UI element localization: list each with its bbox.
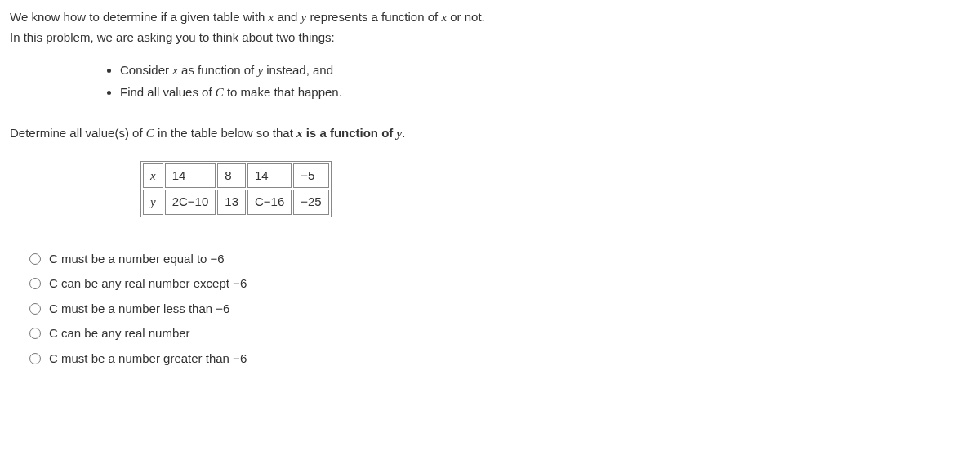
- intro-line-2: In this problem, we are asking you to th…: [10, 29, 970, 47]
- text: as function of: [178, 63, 258, 77]
- text: and: [274, 10, 301, 24]
- text: represents a function of: [306, 10, 441, 24]
- radio-icon[interactable]: [29, 253, 41, 265]
- cell: 8: [217, 163, 246, 189]
- cell: −25: [293, 190, 328, 215]
- radio-icon[interactable]: [29, 278, 41, 289]
- var-x: x: [296, 127, 303, 140]
- text: Consider: [120, 63, 172, 77]
- option-label: C can be any real number except −6: [49, 275, 247, 293]
- option-label: C can be any real number: [49, 324, 190, 343]
- text: .: [402, 126, 405, 140]
- table-row: x 14 8 14 −5: [143, 163, 329, 189]
- cell: 14: [247, 163, 292, 189]
- bold-phrase: x is a function of y: [296, 126, 402, 140]
- table-row: y 2C−10 13 C−16 −25: [143, 190, 329, 215]
- option-label: C must be a number less than −6: [49, 300, 229, 319]
- intro-line-1: We know how to determine if a given tabl…: [10, 8, 970, 27]
- row-header-y: y: [143, 190, 163, 215]
- option-label: C must be a number greater than −6: [49, 350, 247, 368]
- question-prompt: Determine all value(s) of C in the table…: [10, 124, 970, 143]
- text: in the table below so that: [154, 126, 296, 140]
- text: is a function of: [303, 126, 397, 140]
- radio-icon[interactable]: [29, 353, 41, 364]
- text: instead, and: [263, 63, 333, 77]
- text: We know how to determine if a given tabl…: [10, 10, 269, 24]
- data-table-container: x 14 8 14 −5 y 2C−10 13 C−16 −25: [140, 161, 970, 217]
- bullet-1: Consider x as function of y instead, and: [120, 61, 970, 80]
- bullet-list: Consider x as function of y instead, and…: [10, 61, 970, 101]
- text: or not.: [447, 10, 485, 24]
- intro-text: We know how to determine if a given tabl…: [10, 8, 970, 47]
- option-3[interactable]: C must be a number less than −6: [29, 300, 970, 319]
- bullet-2: Find all values of C to make that happen…: [120, 83, 970, 102]
- row-header-x: x: [143, 163, 163, 189]
- answer-options: C must be a number equal to −6 C can be …: [29, 250, 970, 368]
- var-c: C: [216, 86, 224, 99]
- radio-icon[interactable]: [29, 328, 41, 339]
- var-x: x: [172, 64, 178, 77]
- text: Find all values of: [120, 85, 216, 99]
- data-table: x 14 8 14 −5 y 2C−10 13 C−16 −25: [140, 161, 332, 217]
- cell: 2C−10: [165, 190, 216, 215]
- cell: C−16: [247, 190, 292, 215]
- cell: 13: [217, 190, 246, 215]
- cell: −5: [293, 163, 328, 189]
- text: to make that happen.: [224, 85, 342, 99]
- option-5[interactable]: C must be a number greater than −6: [29, 350, 970, 368]
- cell: 14: [165, 163, 216, 189]
- option-4[interactable]: C can be any real number: [29, 324, 970, 343]
- var-c: C: [146, 127, 154, 140]
- radio-icon[interactable]: [29, 303, 41, 315]
- text: Determine all value(s) of: [10, 126, 146, 140]
- option-2[interactable]: C can be any real number except −6: [29, 275, 970, 293]
- option-1[interactable]: C must be a number equal to −6: [29, 250, 970, 269]
- option-label: C must be a number equal to −6: [49, 250, 225, 269]
